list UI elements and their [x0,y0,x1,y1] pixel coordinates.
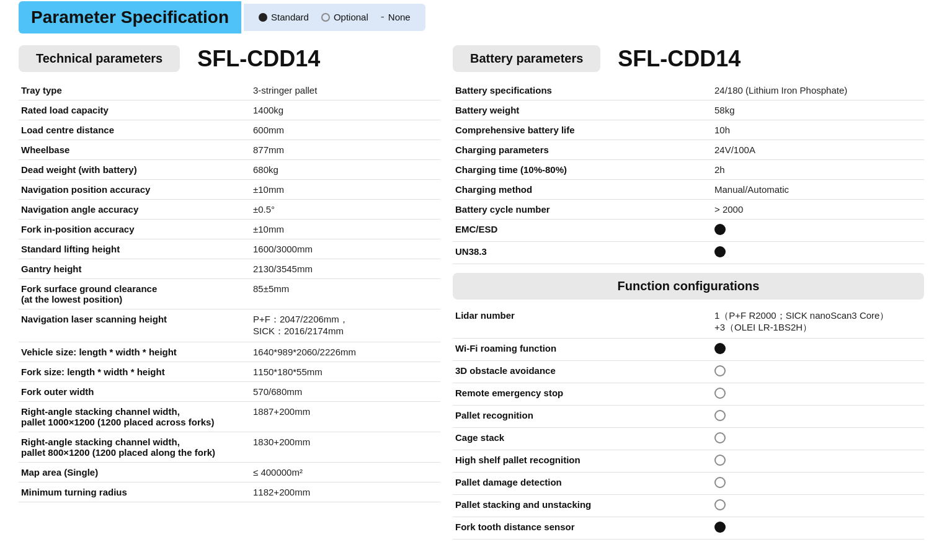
page-title: Parameter Specification [19,1,241,33]
main-content: Technical parameters SFL-CDD14 Tray type… [0,34,934,552]
param-value [712,428,924,450]
legend-box: Standard Optional - None [244,4,425,31]
param-value: 2130/3545mm [251,259,440,279]
table-row: Battery weight58kg [453,100,924,120]
param-value: 24/180 (Lithium Iron Phosphate) [712,81,924,100]
param-label: Load centre distance [19,120,251,140]
param-value: > 2000 [712,200,924,220]
param-value [712,406,924,428]
param-value: 570/680mm [251,382,440,402]
table-row: Standard lifting height1600/3000mm [19,239,440,259]
param-label: Vehicle size: length * width * height [19,342,251,362]
param-label: UN38.3 [453,242,712,264]
param-label: Navigation laser scanning height [19,309,251,342]
param-label: Battery specifications [453,81,712,100]
table-row: Minimum turning radius1182+200mm [19,482,440,502]
param-label: Wi-Fi roaming function [453,339,712,361]
standard-indicator-icon [714,246,726,257]
param-value: Manual/Automatic [712,180,924,200]
table-row: Fork outer width570/680mm [19,382,440,402]
optional-indicator-icon [714,410,726,421]
table-row: Charging time (10%-80%)2h [453,160,924,180]
param-value: P+F：2047/2206mm，SICK：2016/2174mm [251,309,440,342]
battery-section-header: Battery parameters SFL-CDD14 [453,45,924,72]
battery-params-table: Battery specifications24/180 (Lithium Ir… [453,81,924,264]
param-label: Charging time (10%-80%) [453,160,712,180]
table-row: 3D obstacle avoidance [453,361,924,383]
param-label: Dead weight (with battery) [19,160,251,180]
legend-optional-label: Optional [334,12,368,22]
table-row: Load centre distance600mm [19,120,440,140]
table-row: Fork size: length * width * height1150*1… [19,362,440,382]
param-label: Standard lifting height [19,239,251,259]
legend-standard-label: Standard [271,12,309,22]
param-label: Fork outer width [19,382,251,402]
param-value: 1830+200mm [251,432,440,463]
optional-indicator-icon [714,499,726,510]
table-row: Comprehensive battery life10h [453,120,924,140]
battery-model: SFL-CDD14 [618,46,741,72]
optional-dot-icon [321,13,330,22]
param-label: Pallet stacking and unstacking [453,495,712,517]
table-row: Cage stack [453,428,924,450]
standard-indicator-icon [714,343,726,354]
optional-indicator-icon [714,455,726,466]
param-value: 10h [712,120,924,140]
function-params-table: Lidar number1（P+F R2000；SICK nanoScan3 C… [453,306,924,540]
param-value: 1400kg [251,100,440,120]
table-row: Fork in-position accuracy±10mm [19,220,440,239]
param-value: ±0.5° [251,200,440,220]
param-value: 2h [712,160,924,180]
table-row: Vehicle size: length * width * height164… [19,342,440,362]
technical-section-header: Technical parameters SFL-CDD14 [19,45,440,72]
table-row: Wheelbase877mm [19,140,440,160]
optional-indicator-icon [714,388,726,399]
function-section-label: Function configurations [453,273,924,300]
param-value: 85±5mm [251,279,440,309]
table-row: Pallet damage detection [453,473,924,495]
table-row: Fork surface ground clearance(at the low… [19,279,440,309]
param-label: Pallet damage detection [453,473,712,495]
param-value: 24V/100A [712,140,924,160]
optional-indicator-icon [714,365,726,376]
param-label: Lidar number [453,306,712,339]
standard-indicator-icon [714,522,726,533]
standard-dot-icon [259,13,267,22]
technical-parameters-section: Technical parameters SFL-CDD14 Tray type… [19,45,440,540]
table-row: Navigation angle accuracy±0.5° [19,200,440,220]
table-row: Navigation laser scanning heightP+F：2047… [19,309,440,342]
param-label: EMC/ESD [453,220,712,242]
table-row: Wi-Fi roaming function [453,339,924,361]
param-label: Right-angle stacking channel width,palle… [19,432,251,463]
legend-none: - None [381,11,411,24]
param-value: ±10mm [251,180,440,200]
param-value: 1150*180*55mm [251,362,440,382]
table-row: Fork tooth distance sensor [453,517,924,540]
table-row: Right-angle stacking channel width,palle… [19,402,440,432]
param-value: 680kg [251,160,440,180]
param-value: 1182+200mm [251,482,440,502]
battery-section-label: Battery parameters [453,45,600,72]
table-row: Right-angle stacking channel width,palle… [19,432,440,463]
param-label: Charging method [453,180,712,200]
param-label: Fork size: length * width * height [19,362,251,382]
param-label: Map area (Single) [19,463,251,482]
param-value: 1887+200mm [251,402,440,432]
param-label: Fork tooth distance sensor [453,517,712,540]
param-label: Minimum turning radius [19,482,251,502]
table-row: EMC/ESD [453,220,924,242]
table-row: UN38.3 [453,242,924,264]
param-label: Fork surface ground clearance(at the low… [19,279,251,309]
param-label: Pallet recognition [453,406,712,428]
optional-indicator-icon [714,477,726,488]
header: Parameter Specification Standard Optiona… [0,0,934,34]
param-value: 1640*989*2060/2226mm [251,342,440,362]
optional-indicator-icon [714,432,726,443]
param-value [712,517,924,540]
param-value [712,242,924,264]
param-label: Navigation angle accuracy [19,200,251,220]
param-label: Charging parameters [453,140,712,160]
param-value [712,450,924,473]
table-row: Pallet stacking and unstacking [453,495,924,517]
param-value [712,383,924,406]
